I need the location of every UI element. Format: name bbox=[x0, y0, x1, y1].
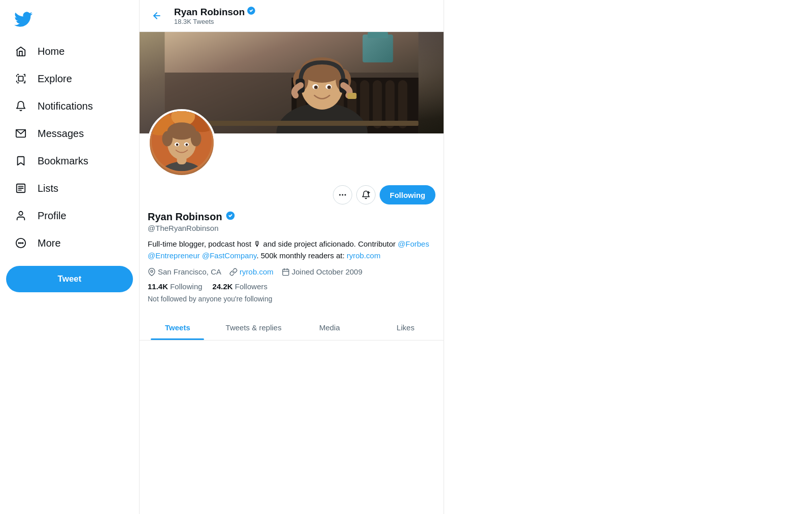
svg-point-55 bbox=[176, 144, 179, 146]
profile-verified-badge bbox=[225, 211, 235, 223]
header-name: Ryan Robinson bbox=[174, 6, 256, 18]
messages-icon bbox=[14, 127, 27, 140]
following-stat[interactable]: 11.4K Following bbox=[148, 282, 202, 291]
sidebar-item-home[interactable]: Home bbox=[6, 39, 133, 64]
svg-point-52 bbox=[191, 131, 201, 146]
svg-point-56 bbox=[186, 144, 188, 146]
profile-stats: 11.4K Following 24.2K Followers bbox=[148, 282, 435, 291]
more-options-button[interactable] bbox=[333, 185, 352, 204]
tab-likes[interactable]: Likes bbox=[367, 315, 444, 340]
bio-text-part1: Full-time blogger, podcast host 🎙 and si… bbox=[148, 239, 398, 248]
messages-label: Messages bbox=[38, 128, 84, 140]
main-content: Ryan Robinson 18.3K Tweets bbox=[140, 0, 444, 514]
svg-point-35 bbox=[314, 86, 318, 89]
header-name-text: Ryan Robinson bbox=[174, 7, 245, 18]
followers-stat[interactable]: 24.2K Followers bbox=[213, 282, 267, 291]
following-label: Following bbox=[170, 282, 202, 291]
sidebar-item-lists[interactable]: Lists bbox=[6, 176, 133, 201]
svg-point-6 bbox=[19, 212, 22, 215]
website-link[interactable]: ryrob.com bbox=[240, 267, 274, 276]
sidebar-item-notifications[interactable]: Notifications bbox=[6, 93, 133, 119]
bell-plus-icon bbox=[361, 190, 370, 199]
lists-icon bbox=[14, 182, 27, 195]
avatar-illustration bbox=[150, 109, 214, 175]
tab-tweets-replies[interactable]: Tweets & replies bbox=[216, 315, 292, 340]
profile-actions: Following bbox=[148, 179, 435, 211]
svg-rect-64 bbox=[283, 269, 289, 275]
following-count: 11.4K bbox=[148, 282, 168, 291]
location-icon bbox=[148, 268, 156, 276]
home-icon bbox=[14, 45, 27, 58]
joined-text: Joined October 2009 bbox=[292, 267, 362, 276]
svg-point-36 bbox=[327, 86, 331, 89]
avatar-wrapper bbox=[148, 109, 435, 177]
more-label: More bbox=[38, 237, 61, 249]
svg-rect-0 bbox=[18, 76, 23, 81]
svg-rect-14 bbox=[363, 35, 393, 62]
twitter-logo[interactable] bbox=[6, 4, 133, 37]
profile-icon bbox=[14, 209, 27, 222]
profile-name-row: Ryan Robinson bbox=[148, 211, 435, 223]
more-icon bbox=[14, 236, 27, 250]
notifications-icon bbox=[14, 99, 27, 113]
back-button[interactable] bbox=[148, 7, 166, 25]
website-meta: ryrob.com bbox=[229, 267, 274, 276]
three-dots-icon bbox=[338, 190, 347, 199]
svg-point-10 bbox=[22, 243, 23, 244]
header-verified-badge bbox=[247, 6, 256, 18]
bio-text-part2: . 500k monthly readers at: bbox=[256, 251, 347, 260]
profile-section: Following Ryan Robinson @TheRyanRobinson… bbox=[140, 133, 444, 315]
calendar-icon bbox=[282, 268, 290, 276]
profile-meta: San Francisco, CA ryrob.com Joined Octob… bbox=[148, 267, 435, 276]
explore-icon bbox=[14, 72, 27, 85]
sidebar-item-bookmarks[interactable]: Bookmarks bbox=[6, 148, 133, 174]
header-tweet-count: 18.3K Tweets bbox=[174, 18, 256, 25]
joined-meta: Joined October 2009 bbox=[282, 267, 362, 276]
sidebar-item-profile[interactable]: Profile bbox=[6, 203, 133, 228]
twitter-bird-icon bbox=[14, 10, 32, 28]
followers-count: 24.2K bbox=[213, 282, 233, 291]
explore-label: Explore bbox=[38, 73, 72, 85]
sidebar-item-messages[interactable]: Messages bbox=[6, 121, 133, 146]
tweet-button[interactable]: Tweet bbox=[6, 266, 133, 292]
link-icon bbox=[229, 268, 238, 276]
sidebar-item-explore[interactable]: Explore bbox=[6, 66, 133, 91]
lists-label: Lists bbox=[38, 183, 58, 194]
home-label: Home bbox=[38, 46, 64, 57]
bookmarks-icon bbox=[14, 154, 27, 167]
header-user-info: Ryan Robinson 18.3K Tweets bbox=[174, 6, 256, 25]
svg-point-51 bbox=[162, 131, 173, 146]
svg-rect-15 bbox=[368, 32, 388, 38]
notification-bell-button[interactable] bbox=[356, 185, 376, 204]
notifications-label: Notifications bbox=[38, 100, 93, 112]
location-meta: San Francisco, CA bbox=[148, 267, 221, 276]
not-followed-text: Not followed by anyone you're following bbox=[148, 295, 435, 303]
profile-checkmark-icon bbox=[225, 211, 235, 221]
bio-url-link[interactable]: ryrob.com bbox=[347, 251, 381, 260]
sidebar-item-more[interactable]: More bbox=[6, 230, 133, 256]
avatar-face bbox=[150, 111, 214, 175]
location-text: San Francisco, CA bbox=[158, 267, 221, 276]
bookmarks-label: Bookmarks bbox=[38, 155, 88, 167]
back-arrow-icon bbox=[152, 11, 162, 21]
svg-point-63 bbox=[151, 270, 153, 272]
profile-bio: Full-time blogger, podcast host 🎙 and si… bbox=[148, 238, 435, 261]
svg-point-58 bbox=[342, 194, 344, 196]
profile-handle: @TheRyanRobinson bbox=[148, 224, 435, 232]
profile-label: Profile bbox=[38, 210, 66, 222]
profile-name: Ryan Robinson bbox=[148, 211, 222, 223]
verified-checkmark-icon bbox=[247, 6, 256, 15]
svg-point-57 bbox=[339, 194, 341, 196]
tab-tweets[interactable]: Tweets bbox=[140, 315, 216, 340]
avatar bbox=[148, 109, 216, 177]
profile-header-bar: Ryan Robinson 18.3K Tweets bbox=[140, 0, 444, 32]
svg-point-9 bbox=[20, 243, 21, 244]
tab-media[interactable]: Media bbox=[292, 315, 368, 340]
profile-tabs: Tweets Tweets & replies Media Likes bbox=[140, 315, 444, 340]
svg-point-59 bbox=[345, 194, 346, 196]
following-button[interactable]: Following bbox=[380, 185, 435, 204]
svg-rect-39 bbox=[348, 93, 357, 99]
sidebar: Home Explore Notifications Messages bbox=[0, 0, 140, 514]
followers-label: Followers bbox=[235, 282, 267, 291]
svg-point-8 bbox=[18, 243, 19, 244]
